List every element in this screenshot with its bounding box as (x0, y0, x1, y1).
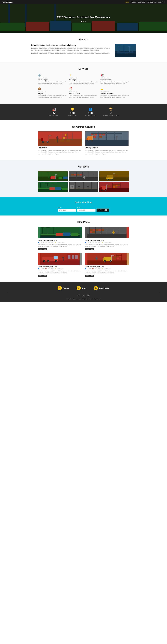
blog-post-4-readmore[interactable]: READ MORE (85, 274, 94, 277)
blog-post-4-date1: FEB 20 14 (95, 268, 100, 269)
svg-point-96 (92, 140, 93, 141)
work-image-2 (69, 171, 98, 181)
work-image-6 (99, 182, 129, 192)
svg-rect-189 (113, 186, 115, 188)
svg-rect-27 (125, 45, 125, 47)
nav-contact[interactable]: CONTACT (158, 2, 165, 3)
hero-dot-1[interactable] (81, 21, 82, 22)
blog-post-1-meta: 👤 Admin 📅 JAN 12 14 🗓 JAN 12 2021 (38, 242, 82, 243)
work-image-1 (38, 171, 68, 181)
social-google[interactable]: g+ (87, 294, 90, 297)
svg-rect-127 (77, 174, 79, 176)
svg-rect-26 (123, 45, 125, 45)
svg-rect-211 (71, 233, 78, 236)
svg-rect-212 (40, 236, 80, 238)
blog-post-2-readmore[interactable]: READ MORE (85, 248, 94, 250)
blog-post-1-image (38, 226, 82, 238)
footer: 📍 Address ✉ Email 📞 Phone Number f t g+ … (0, 282, 167, 302)
service-supply: 📦 Consectetur elit Supply Lorem ipsum do… (38, 87, 67, 98)
stat-experience: 🏆 7 YEARS OF EXPERIENCE (103, 108, 119, 116)
svg-rect-105 (48, 172, 48, 178)
blog-post-4-title: Lorem Ipsum Dolor Sit Amet (85, 266, 129, 268)
svg-point-177 (72, 186, 73, 187)
offered-section: We Offered Services (0, 120, 167, 160)
footer-social: f t g+ (8, 294, 159, 297)
svg-rect-238 (42, 257, 54, 260)
blog-post-1-title: Lorem Ipsum Dolor Sit Amet (38, 240, 82, 241)
work-grid (38, 171, 129, 192)
twitter-icon: t (83, 295, 84, 296)
social-twitter[interactable]: t (82, 294, 85, 297)
team-icon: 👥 (85, 108, 96, 111)
work-image-3 (99, 171, 129, 181)
nav-services[interactable]: SERVICES (138, 2, 145, 3)
svg-rect-41 (49, 135, 51, 136)
stat-team: 👥 900 TEAM MEMBERS (85, 108, 96, 116)
blog-post-2-date2-icon: 🗓 (102, 242, 103, 243)
svg-rect-86 (94, 136, 96, 138)
subscribe-name-input[interactable] (58, 209, 76, 212)
blog-post-3-readmore[interactable]: READ MORE (38, 274, 47, 277)
blog-post-2-author: Admin (88, 242, 91, 243)
svg-rect-190 (115, 186, 118, 188)
ocean-name: Ocean Freight (38, 79, 67, 80)
nav-about[interactable]: ABOUT (131, 2, 136, 3)
nav-home[interactable]: HOME (125, 2, 129, 3)
svg-rect-170 (69, 189, 98, 189)
svg-rect-222 (89, 231, 119, 231)
footer-phone: 📞 Phone Number (94, 286, 110, 290)
blog-post-4-author: Admin (88, 268, 91, 269)
facebook-icon: f (79, 295, 79, 296)
expert-staff-desc: Lorem ipsum dolor sit amet, consectetur … (38, 149, 82, 155)
blog-post-1-date1: JAN 12 14 (48, 242, 53, 243)
experience-icon: 🏆 (103, 108, 119, 111)
about-image (115, 44, 136, 57)
svg-rect-92 (87, 138, 88, 140)
svg-point-231 (113, 230, 114, 232)
offered-grid: Expert Staff Lorem ipsum dolor sit amet,… (38, 132, 129, 155)
social-facebook[interactable]: f (77, 294, 80, 297)
svg-point-110 (54, 179, 55, 180)
svg-rect-59 (58, 138, 59, 139)
services-title: Services (8, 68, 159, 70)
subscribe-button[interactable]: SUBSCRIBE (97, 208, 109, 212)
svg-rect-263 (111, 255, 114, 256)
svg-rect-128 (80, 174, 82, 176)
about-text: Lorem ipsum dolor sit amet consectetur a… (31, 44, 111, 54)
stat-clients: 😊 600 HAPPY CLIENTS (67, 108, 77, 116)
expert-staff-image (38, 132, 82, 146)
svg-rect-106 (47, 172, 49, 173)
svg-rect-113 (59, 177, 62, 179)
blog-post-1-readmore[interactable]: READ MORE (38, 248, 47, 250)
svg-rect-104 (40, 172, 43, 172)
footer-email: ✉ Email (77, 286, 86, 290)
svg-rect-114 (63, 176, 68, 179)
work-image-4 (38, 182, 68, 192)
nav-more[interactable]: MORE INFO ▾ (147, 2, 156, 3)
svg-point-138 (107, 179, 108, 180)
phone-label: Phone Number (99, 287, 110, 289)
svg-rect-48 (62, 134, 73, 134)
offered-card-trucking: Trucking Services Lorem ipsum dolor sit … (85, 132, 129, 155)
blog-post-1-date2-icon: 🗓 (55, 242, 56, 243)
svg-rect-262 (111, 256, 112, 261)
subscribe-email-input[interactable] (77, 209, 96, 212)
svg-rect-89 (103, 134, 105, 136)
svg-rect-234 (114, 232, 115, 233)
svg-rect-70 (91, 134, 99, 134)
about-section: About Us Lorem ipsum dolor sit amet cons… (0, 33, 167, 62)
services-section: Services ⚓ Consectetur elit Ocean Freigh… (0, 62, 167, 104)
hero-dot-3[interactable] (85, 21, 86, 22)
trucking-services-desc: Lorem ipsum dolor sit amet, consectetur … (85, 149, 129, 155)
hero-dot-2[interactable] (83, 21, 84, 22)
svg-rect-98 (93, 134, 95, 135)
fast-label: Consectetur elit (69, 91, 98, 92)
svg-rect-30 (130, 46, 131, 48)
svg-rect-225 (93, 229, 95, 231)
google-icon: g+ (87, 295, 89, 296)
svg-rect-120 (88, 172, 88, 178)
svg-rect-103 (42, 172, 42, 178)
svg-rect-181 (112, 183, 113, 188)
subscribe-name-label: NAME (58, 207, 76, 208)
email-icon: ✉ (77, 286, 81, 290)
